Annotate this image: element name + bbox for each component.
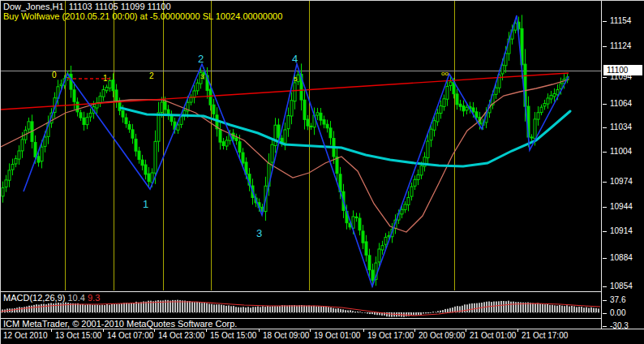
- axis-tick: [466, 329, 466, 332]
- time-tick-label: 21 Oct 01:00: [470, 331, 516, 340]
- axis-tick: [603, 313, 607, 314]
- axis-tick: [603, 127, 607, 128]
- wave-label-yellow: 3: [200, 73, 204, 80]
- axis-tick: [603, 104, 607, 105]
- time-axis[interactable]: 12 Oct 201013 Oct 15:0014 Oct 07:0014 Oc…: [1, 329, 644, 344]
- macd-indicator-label: MACD(12,26,9) 10.4 9.3: [3, 293, 100, 303]
- ma-fast-line: [1, 80, 569, 232]
- time-tick-label: 14 Oct 23:00: [158, 331, 204, 340]
- axis-tick: [206, 329, 207, 332]
- copyright-text: ICM MetaTrader, © 2001-2010 MetaQuotes S…: [3, 319, 237, 329]
- price-tick-label: 11004: [610, 147, 632, 156]
- wolfwave-comment-line: Buy Wolfwave (2010.05.21 00:00) at -5.00…: [3, 11, 282, 21]
- time-tick-label: 19 Oct 01:00: [314, 331, 360, 340]
- axis-tick: [603, 46, 607, 47]
- time-tick-label: 20 Oct 09:00: [419, 331, 465, 340]
- price-tick-label: 10974: [610, 177, 633, 186]
- pane-separator[interactable]: [1, 291, 602, 292]
- wave-label-yellow: 2: [149, 71, 154, 80]
- axis-tick: [517, 329, 518, 332]
- price-chart-pane[interactable]: 123401235oo Dow_Jones,H1 11103 11105 110…: [1, 1, 602, 291]
- macd-hist-value: 10.4: [67, 293, 84, 303]
- wave-label-cyan: 4: [292, 53, 298, 65]
- price-tick-label: 10884: [610, 253, 633, 262]
- current-price-badge: 11100: [603, 65, 642, 75]
- time-tick-label: 18 Oct 09:00: [263, 331, 309, 340]
- wave-label-cyan: 2: [198, 53, 204, 65]
- macd-tick-label: 0.00: [610, 308, 625, 317]
- macd-signal-value: 9.3: [88, 293, 100, 303]
- price-tick-label: 10854: [610, 282, 633, 290]
- axis-tick: [603, 182, 607, 183]
- wave-label-yellow: 0: [52, 71, 57, 80]
- macd-name: MACD(12,26,9): [3, 293, 65, 303]
- symbol-quote-line: Dow_Jones,H1 11103 11105 11099 11100: [3, 2, 282, 11]
- wave-label-yellow: oo: [441, 70, 449, 77]
- candles-layer: [2, 15, 569, 286]
- axis-tick: [603, 258, 607, 259]
- price-tick-label: 11154: [610, 16, 631, 25]
- price-tick-label: 11124: [610, 41, 631, 50]
- price-tick-label: 11034: [610, 123, 632, 131]
- axis-tick: [603, 207, 607, 208]
- price-axis[interactable]: 1115411124110941106411034110041097410944…: [602, 1, 644, 329]
- wave-label-cyan: 1: [143, 198, 148, 210]
- time-tick-label: 19 Oct 17:00: [367, 331, 414, 340]
- axis-tick: [603, 231, 607, 232]
- axis-tick: [603, 21, 607, 22]
- macd-tick-label: -30.3: [610, 321, 629, 330]
- axis-tick: [103, 329, 104, 332]
- wave-label-yellow: 1: [103, 74, 108, 83]
- macd-tick-label: 37.6: [610, 295, 625, 304]
- axis-tick: [259, 329, 260, 332]
- axis-tick: [51, 329, 52, 332]
- axis-tick: [154, 329, 155, 332]
- axis-tick: [603, 326, 607, 327]
- axis-tick: [363, 329, 364, 332]
- price-tick-label: 10944: [610, 202, 633, 211]
- axis-tick: [603, 152, 607, 153]
- time-tick-label: 13 Oct 15:00: [55, 331, 101, 340]
- chart-header-overlay: Dow_Jones,H1 11103 11105 11099 11100 Buy…: [3, 2, 282, 21]
- price-tick-label: 10914: [610, 226, 633, 235]
- axis-tick: [414, 329, 415, 332]
- axis-tick: [603, 77, 607, 78]
- time-tick-label: 12 Oct 2010: [3, 331, 47, 340]
- axis-tick: [310, 329, 311, 332]
- wave-label-cyan: 3: [256, 227, 262, 239]
- time-tick-label: 15 Oct 15:00: [210, 331, 256, 340]
- wave-label-yellow: 5: [294, 75, 298, 83]
- time-tick-label: 21 Oct 17:00: [522, 331, 568, 340]
- mt4-chart-window: 123401235oo Dow_Jones,H1 11103 11105 110…: [0, 0, 644, 344]
- axis-tick: [603, 286, 607, 287]
- axis-tick: [603, 300, 607, 301]
- price-chart-canvas: 123401235oo: [1, 1, 602, 291]
- ma-slow-line: [121, 108, 570, 166]
- time-tick-label: 14 Oct 07:00: [107, 331, 153, 340]
- copyright-bar: ICM MetaTrader, © 2001-2010 MetaQuotes S…: [3, 319, 595, 329]
- price-tick-label: 11064: [610, 99, 632, 108]
